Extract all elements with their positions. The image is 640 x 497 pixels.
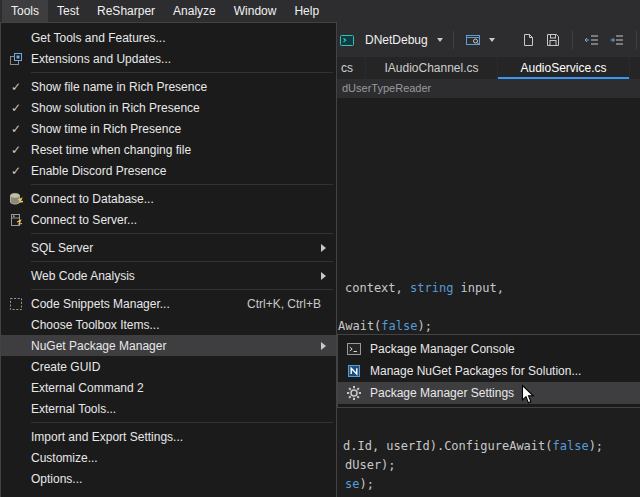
menu-item-label: SQL Server xyxy=(31,241,321,255)
menu-item-shortcut: Ctrl+K, Ctrl+B xyxy=(247,297,321,311)
menu-item-options[interactable]: Options... xyxy=(1,468,336,489)
menu-item-customize[interactable]: Customize... xyxy=(1,447,336,468)
menu-item-enable-discord-presence[interactable]: ✓ Enable Discord Presence xyxy=(1,160,336,181)
gear-icon-glyph xyxy=(346,385,362,401)
snippets-icon xyxy=(1,296,31,312)
submenu-arrow-icon xyxy=(321,272,326,280)
menu-item-label: Web Code Analysis xyxy=(31,269,321,283)
menu-analyze[interactable]: Analyze xyxy=(164,0,225,22)
tab-label: AudioService.cs xyxy=(498,57,629,79)
code-line: d.Id, userId).ConfigureAwait(false); xyxy=(343,439,603,454)
checkmark-glyph: ✓ xyxy=(11,102,21,114)
code-keyword: se xyxy=(345,477,359,491)
checkmark-glyph: ✓ xyxy=(11,165,21,177)
menu-item-label: Create GUID xyxy=(31,360,333,374)
tab-audioservice[interactable]: AudioService.cs xyxy=(498,57,630,79)
menu-item-label: Show time in Rich Presence xyxy=(31,122,333,136)
separator-line xyxy=(31,289,333,290)
separator-line xyxy=(31,261,333,262)
tab-iaudiochannel[interactable]: IAudioChannel.cs xyxy=(366,57,498,79)
debug-target-dropdown[interactable]: DNetDebug xyxy=(365,33,428,47)
packages-icon-glyph xyxy=(346,363,362,379)
debug-target-icon[interactable] xyxy=(338,29,356,51)
code-text: ); xyxy=(589,439,603,453)
submenu-arrow-icon xyxy=(321,342,326,350)
menu-separator xyxy=(1,258,336,265)
code-line: dUser); xyxy=(345,458,396,473)
indent-icon[interactable] xyxy=(608,29,626,51)
toolbar-separator xyxy=(572,31,573,49)
code-line: se); xyxy=(345,477,374,492)
menu-item-label: Get Tools and Features... xyxy=(31,31,333,45)
menu-item-show-file-name-in-rich-presence[interactable]: ✓ Show file name in Rich Presence xyxy=(1,76,336,97)
vs-window: cs IAudioChannel.cs AudioService.cs dUse… xyxy=(0,0,640,497)
menu-separator xyxy=(1,69,336,76)
outdent-icon-glyph xyxy=(584,32,600,48)
console-icon-glyph xyxy=(346,341,362,357)
menu-item-web-code-analysis[interactable]: Web Code Analysis xyxy=(1,265,336,286)
toolbar-separator xyxy=(453,31,454,49)
menu-item-label: Enable Discord Presence xyxy=(31,164,333,178)
main-menu-bar: Tools Test ReSharper Analyze Window Help xyxy=(0,0,640,22)
code-text: Await( xyxy=(338,319,381,333)
code-line: context, string input, xyxy=(345,281,504,296)
mouse-cursor xyxy=(521,384,535,405)
code-keyword: string xyxy=(410,281,453,295)
menu-item-show-solution-in-rich-presence[interactable]: ✓ Show solution in Rich Presence xyxy=(1,97,336,118)
menu-window[interactable]: Window xyxy=(225,0,286,22)
separator-line xyxy=(31,184,333,185)
menu-item-reset-time-when-changing-file[interactable]: ✓ Reset time when changing file xyxy=(1,139,336,160)
code-keyword: false xyxy=(553,439,589,453)
menu-test[interactable]: Test xyxy=(48,0,88,22)
chevron-down-icon[interactable] xyxy=(489,38,495,42)
menu-item-label: NuGet Package Manager xyxy=(31,339,321,353)
server-icon-glyph xyxy=(8,212,24,228)
open-file-icon[interactable] xyxy=(519,29,537,51)
menu-item-code-snippets-manager[interactable]: Code Snippets Manager... Ctrl+K, Ctrl+B xyxy=(1,293,336,314)
extensions-icon-glyph xyxy=(8,51,24,67)
menu-item-choose-toolbox-items[interactable]: Choose Toolbox Items... xyxy=(1,314,336,335)
database-icon xyxy=(1,191,31,207)
menu-resharper[interactable]: ReSharper xyxy=(88,0,164,22)
snippets-icon-glyph xyxy=(8,296,24,312)
menu-item-external-command-2[interactable]: External Command 2 xyxy=(1,377,336,398)
menu-item-external-tools[interactable]: External Tools... xyxy=(1,398,336,419)
console-icon xyxy=(338,341,370,357)
menu-item-show-time-in-rich-presence[interactable]: ✓ Show time in Rich Presence xyxy=(1,118,336,139)
chevron-down-icon[interactable] xyxy=(437,38,443,42)
checkmark-glyph: ✓ xyxy=(11,144,21,156)
checkmark-glyph: ✓ xyxy=(11,123,21,135)
submenu-item-label: Package Manager Settings xyxy=(370,386,640,400)
menu-tools[interactable]: Tools xyxy=(2,0,48,22)
submenu-item-package-manager-settings[interactable]: Package Manager Settings xyxy=(338,382,640,404)
save-file-icon-glyph xyxy=(545,32,561,48)
code-line: Await(false); xyxy=(338,319,432,334)
submenu-item-package-manager-console[interactable]: Package Manager Console xyxy=(338,338,640,360)
menu-item-get-tools-and-features[interactable]: Get Tools and Features... xyxy=(1,27,336,48)
menu-item-label: Reset time when changing file xyxy=(31,143,333,157)
checkmark-icon: ✓ xyxy=(1,144,31,156)
save-file-icon[interactable] xyxy=(544,29,562,51)
menu-item-sql-server[interactable]: SQL Server xyxy=(1,237,336,258)
code-keyword: false xyxy=(381,319,417,333)
menu-item-nuget-package-manager[interactable]: NuGet Package Manager xyxy=(1,335,336,356)
menu-item-create-guid[interactable]: Create GUID xyxy=(1,356,336,377)
submenu-item-manage-nuget-packages-for-solution[interactable]: Manage NuGet Packages for Solution... xyxy=(338,360,640,382)
menu-help[interactable]: Help xyxy=(285,0,328,22)
submenu-item-label: Manage NuGet Packages for Solution... xyxy=(370,364,640,378)
debug-target-icon-glyph xyxy=(339,32,355,48)
nuget-package-manager-submenu: Package Manager Console Manage NuGet Pac… xyxy=(337,334,640,408)
tools-dropdown-menu: Get Tools and Features... Extensions and… xyxy=(0,22,337,497)
submenu-arrow-icon xyxy=(321,244,326,252)
extensions-icon xyxy=(1,51,31,67)
menu-item-connect-to-server[interactable]: Connect to Server... xyxy=(1,209,336,230)
menu-separator xyxy=(1,230,336,237)
menu-item-extensions-and-updates[interactable]: Extensions and Updates... xyxy=(1,48,336,69)
outdent-icon[interactable] xyxy=(583,29,601,51)
indent-icon-glyph xyxy=(609,32,625,48)
menu-item-connect-to-database[interactable]: Connect to Database... xyxy=(1,188,336,209)
menu-item-import-and-export-settings[interactable]: Import and Export Settings... xyxy=(1,426,336,447)
menu-item-label: External Tools... xyxy=(31,402,333,416)
find-in-files-icon[interactable] xyxy=(464,29,482,51)
menu-item-label: Options... xyxy=(31,472,333,486)
